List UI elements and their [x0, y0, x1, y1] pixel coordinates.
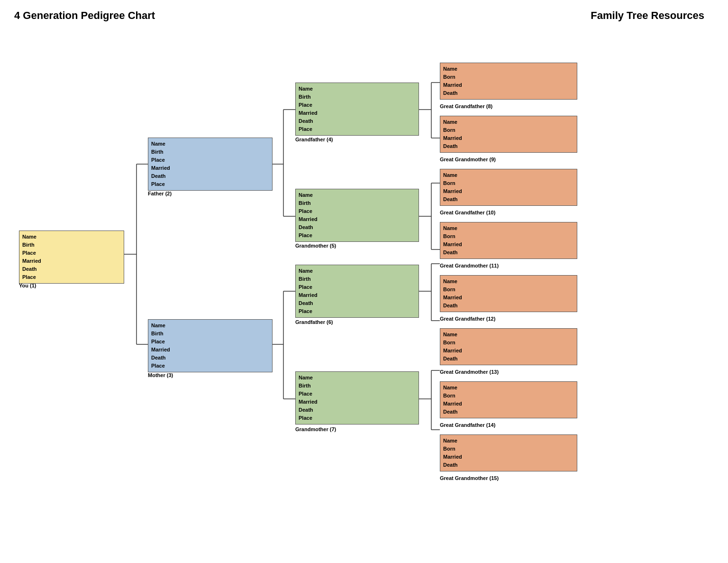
gm7-place2: Place	[299, 414, 416, 422]
person-mother: Name Birth Place Married Death Place	[148, 319, 273, 372]
gm5-name: Name	[299, 191, 416, 199]
gf6-name: Name	[299, 267, 416, 275]
father-married: Married	[151, 164, 269, 172]
gf6-birth: Birth	[299, 275, 416, 283]
mother-label: Mother (3)	[148, 372, 173, 378]
person-ggf12: Name Born Married Death	[440, 275, 577, 312]
ggf8-married: Married	[443, 81, 574, 89]
gm7-place1: Place	[299, 390, 416, 398]
you-name: Name	[22, 233, 121, 241]
ggf12-label: Great Grandfather (12)	[440, 316, 495, 322]
gm5-label: Grandmother (5)	[295, 243, 336, 249]
gm5-place2: Place	[299, 231, 416, 240]
ggf12-name: Name	[443, 277, 574, 286]
pedigree-chart: Name Birth Place Married Death Place You…	[14, 31, 714, 529]
ggm15-name: Name	[443, 437, 574, 445]
you-death: Death	[22, 265, 121, 273]
ggm15-death: Death	[443, 461, 574, 469]
father-birth: Birth	[151, 148, 269, 156]
gm7-birth: Birth	[299, 382, 416, 390]
father-death: Death	[151, 172, 269, 180]
gf4-married: Married	[299, 109, 416, 117]
mother-married: Married	[151, 346, 269, 354]
ggm9-married: Married	[443, 134, 574, 142]
gf4-birth: Birth	[299, 93, 416, 101]
person-grandfather4: Name Birth Place Married Death Place	[295, 83, 419, 136]
gf4-place2: Place	[299, 125, 416, 133]
gm5-birth: Birth	[299, 199, 416, 207]
gm7-label: Grandmother (7)	[295, 426, 336, 432]
person-ggm15: Name Born Married Death	[440, 434, 577, 471]
gf6-place1: Place	[299, 283, 416, 291]
person-grandmother5: Name Birth Place Married Death Place	[295, 189, 419, 242]
person-ggm9: Name Born Married Death	[440, 116, 577, 153]
gf4-place1: Place	[299, 101, 416, 109]
person-ggm13: Name Born Married Death	[440, 328, 577, 365]
ggf10-name: Name	[443, 171, 574, 179]
you-label: You (1)	[19, 283, 36, 288]
person-grandfather6: Name Birth Place Married Death Place	[295, 265, 419, 318]
gf4-label: Grandfather (4)	[295, 137, 333, 142]
person-ggf10: Name Born Married Death	[440, 169, 577, 206]
gm7-married: Married	[299, 398, 416, 406]
ggm15-married: Married	[443, 453, 574, 461]
you-married: Married	[22, 257, 121, 265]
you-place1: Place	[22, 249, 121, 257]
ggm9-death: Death	[443, 142, 574, 150]
ggm13-married: Married	[443, 347, 574, 355]
father-place2: Place	[151, 180, 269, 188]
ggf8-death: Death	[443, 89, 574, 97]
gm5-married: Married	[299, 215, 416, 223]
ggf14-death: Death	[443, 408, 574, 416]
you-birth: Birth	[22, 241, 121, 249]
gf6-label: Grandfather (6)	[295, 319, 333, 325]
ggm13-born: Born	[443, 339, 574, 347]
person-ggm11: Name Born Married Death	[440, 222, 577, 259]
person-grandmother7: Name Birth Place Married Death Place	[295, 371, 419, 425]
father-name: Name	[151, 140, 269, 148]
gf4-death: Death	[299, 117, 416, 125]
gm5-place1: Place	[299, 207, 416, 215]
ggf14-born: Born	[443, 392, 574, 400]
ggm9-label: Great Grandmother (9)	[440, 157, 496, 162]
ggf14-name: Name	[443, 384, 574, 392]
ggm9-born: Born	[443, 126, 574, 134]
gf6-place2: Place	[299, 307, 416, 315]
gm7-name: Name	[299, 374, 416, 382]
person-ggf14: Name Born Married Death	[440, 381, 577, 418]
person-ggf8: Name Born Married Death	[440, 63, 577, 100]
ggf10-married: Married	[443, 187, 574, 195]
person-father: Name Birth Place Married Death Place	[148, 138, 273, 191]
gf6-death: Death	[299, 299, 416, 307]
ggm13-label: Great Grandmother (13)	[440, 369, 499, 375]
ggm15-label: Great Grandmother (15)	[440, 475, 499, 481]
gf6-married: Married	[299, 291, 416, 299]
mother-birth: Birth	[151, 330, 269, 338]
ggf8-name: Name	[443, 65, 574, 73]
ggf12-born: Born	[443, 286, 574, 294]
mother-place2: Place	[151, 362, 269, 370]
ggm11-married: Married	[443, 240, 574, 249]
ggf14-label: Great Grandfather (14)	[440, 422, 495, 428]
page-title: 4 Generation Pedigree Chart	[14, 9, 155, 22]
gm5-death: Death	[299, 223, 416, 231]
mother-death: Death	[151, 354, 269, 362]
ggm15-born: Born	[443, 445, 574, 453]
ggf12-married: Married	[443, 294, 574, 302]
ggf14-married: Married	[443, 400, 574, 408]
ggm13-death: Death	[443, 355, 574, 363]
ggm11-born: Born	[443, 232, 574, 240]
you-place2: Place	[22, 273, 121, 281]
ggm11-death: Death	[443, 249, 574, 257]
ggf10-death: Death	[443, 195, 574, 203]
ggf12-death: Death	[443, 302, 574, 310]
father-label: Father (2)	[148, 191, 172, 196]
father-place1: Place	[151, 156, 269, 164]
ggf8-born: Born	[443, 73, 574, 81]
ggm11-label: Great Grandmother (11)	[440, 263, 499, 268]
ggf8-label: Great Grandfather (8)	[440, 103, 492, 109]
person-you: Name Birth Place Married Death Place	[19, 231, 124, 284]
ggm9-name: Name	[443, 118, 574, 126]
ggf10-label: Great Grandfather (10)	[440, 210, 495, 215]
resources-title: Family Tree Resources	[591, 9, 704, 22]
